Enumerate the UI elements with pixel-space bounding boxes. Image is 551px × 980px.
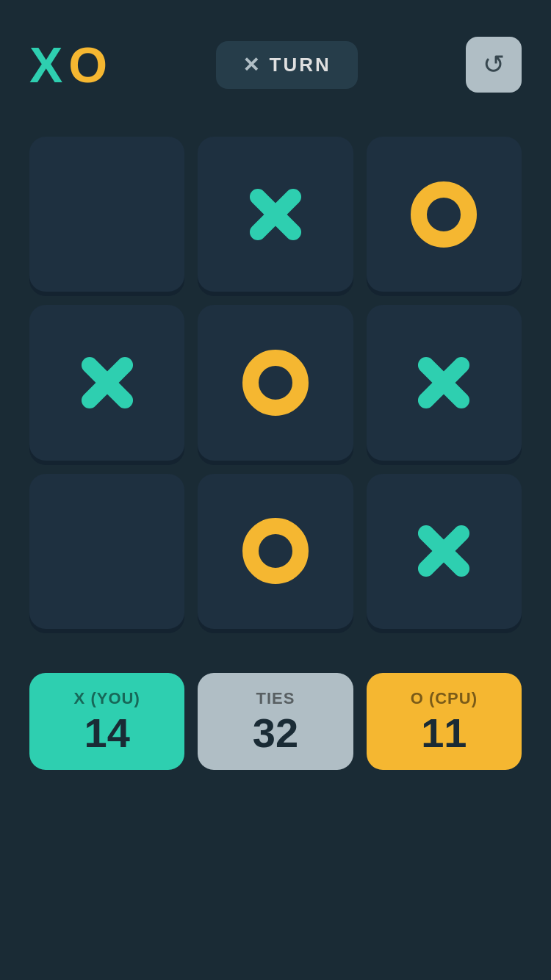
logo-x: X (29, 40, 62, 90)
score-x-value: 14 (84, 713, 130, 754)
cell-2-1[interactable] (198, 474, 353, 629)
cell-1-2[interactable] (367, 305, 522, 460)
cell-2-2[interactable] (367, 474, 522, 629)
x-mark (242, 181, 309, 248)
scoreboard: X (YOU) 14 TIES 32 O (CPU) 11 (0, 651, 551, 792)
grid-row-2 (29, 474, 522, 629)
turn-indicator: ✕ TURN (216, 41, 358, 89)
logo: X O (29, 40, 107, 90)
score-card-o: O (CPU) 11 (367, 673, 522, 770)
cell-2-0[interactable] (29, 474, 184, 629)
reset-button[interactable]: ↺ (466, 37, 522, 93)
score-ties-label: TIES (256, 689, 295, 708)
x-mark (74, 350, 140, 416)
x-mark (411, 518, 477, 584)
logo-o: O (68, 40, 107, 90)
cell-0-0[interactable] (29, 137, 184, 292)
cell-0-1[interactable] (198, 137, 353, 292)
turn-label: TURN (270, 54, 331, 76)
cell-1-0[interactable] (29, 305, 184, 460)
game-grid (0, 122, 551, 644)
o-mark (242, 350, 309, 416)
cell-1-1[interactable] (198, 305, 353, 460)
score-x-label: X (YOU) (74, 689, 140, 708)
score-o-label: O (CPU) (411, 689, 478, 708)
reset-icon: ↺ (483, 49, 505, 80)
grid-row-1 (29, 305, 522, 460)
cell-0-2[interactable] (367, 137, 522, 292)
turn-x-icon: ✕ (242, 53, 259, 77)
grid-row-0 (29, 137, 522, 292)
o-mark (242, 518, 309, 584)
o-mark (411, 181, 477, 248)
score-ties-value: 32 (253, 713, 298, 754)
header: X O ✕ TURN ↺ (0, 0, 551, 107)
score-card-ties: TIES 32 (198, 673, 353, 770)
score-o-value: 11 (421, 713, 467, 754)
x-mark (411, 350, 477, 416)
score-card-x: X (YOU) 14 (29, 673, 184, 770)
